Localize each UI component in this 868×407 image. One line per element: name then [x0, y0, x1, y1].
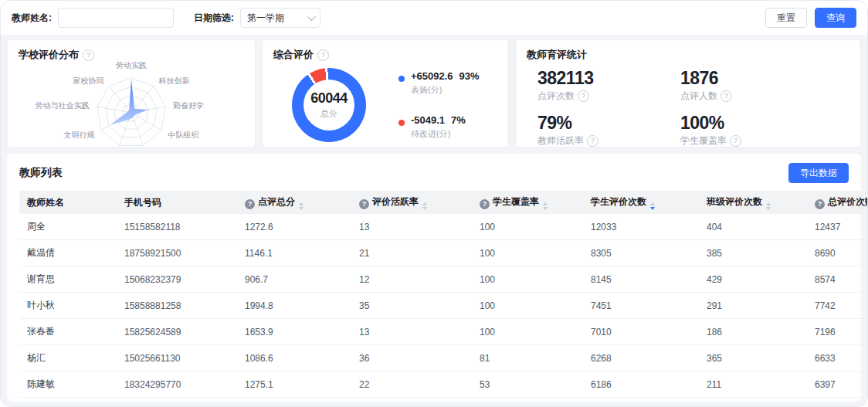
legend-item: +65092.693%表扬(分): [398, 70, 480, 96]
search-button[interactable]: 查询: [815, 8, 856, 28]
table-cell: 周全: [19, 214, 118, 240]
date-filter-select[interactable]: 第一学期: [240, 8, 320, 28]
table-cell: 22: [353, 371, 473, 398]
sort-icon[interactable]: [766, 202, 771, 210]
table-row: 杨汇150256611301086.6368162683656633查看使用详情: [19, 345, 868, 371]
stat-label: 点评次数?: [537, 90, 680, 103]
sort-icon[interactable]: [422, 202, 427, 210]
table-cell: 张春番: [19, 319, 118, 345]
table-cell: 15158582118: [118, 214, 239, 240]
table-cell: 100: [473, 293, 585, 319]
help-icon[interactable]: ?: [587, 135, 598, 147]
table-column-header[interactable]: ?点评总分: [239, 191, 353, 214]
help-icon[interactable]: ?: [578, 90, 589, 102]
teacher-list-panel: 教师列表 导出数据 教师姓名手机号码?点评总分?评价活跃率?学生覆盖率学生评价次…: [7, 154, 861, 402]
export-data-button[interactable]: 导出数据: [788, 163, 849, 183]
table-column-header[interactable]: ?总评价次数: [809, 191, 868, 214]
table-cell: 8145: [585, 266, 700, 293]
donut-total-value: 60044: [310, 90, 348, 107]
svg-text:勤奋好学: 勤奋好学: [173, 101, 204, 110]
legend-item: -5049.17%待改进(分): [398, 114, 480, 140]
table-row: 谢育思15068232379906.71210081454298574查看使用详…: [19, 266, 868, 293]
help-icon[interactable]: ?: [245, 199, 255, 209]
table-cell: 18324295770: [118, 371, 239, 398]
table-column-header[interactable]: 班级评价次数: [700, 191, 809, 214]
table-cell: 186: [700, 319, 809, 345]
table-cell: 7010: [585, 319, 700, 345]
teacher-name-input[interactable]: [58, 8, 174, 28]
table-column-header[interactable]: ?学生覆盖率: [473, 191, 585, 214]
svg-text:科技创新: 科技创新: [158, 76, 189, 85]
stat-item: 100%学生覆盖率?: [680, 113, 823, 148]
table-cell: 81: [473, 345, 585, 371]
stats-card: 教师育评统计 382113点评次数?1876点评人数?79%教师活跃率?100%…: [515, 39, 861, 148]
table-cell: 21: [353, 240, 473, 266]
date-filter-label: 日期筛选:: [194, 12, 234, 25]
help-icon[interactable]: ?: [730, 135, 741, 147]
stat-item: 382113点评次数?: [537, 68, 680, 103]
table-cell: 15825624589: [118, 319, 239, 345]
help-icon[interactable]: ?: [359, 199, 369, 209]
chevron-down-icon: [307, 12, 316, 21]
table-cell: 6268: [585, 345, 700, 371]
legend-dot: [398, 120, 405, 126]
stat-label: 教师活跃率?: [537, 134, 680, 148]
table-cell: 叶小秋: [19, 293, 118, 319]
table-row: 叶小秋158588812581994.83510074512917742查看使用…: [19, 293, 868, 319]
table-cell: 陈建敏: [19, 371, 118, 398]
table-column-header[interactable]: ?评价活跃率: [353, 191, 473, 214]
table-cell: 1272.6: [239, 214, 353, 240]
table-row: 张春番158256245891653.91310070101867196查看使用…: [19, 319, 868, 345]
radar-chart: 劳动实践科技创新勤奋好学中队组织艺术美感体育锻炼文明行规劳动与社会实践家校协同: [8, 62, 256, 148]
sort-icon[interactable]: [650, 202, 655, 210]
donut-card-title: 综合评价 ?: [263, 40, 508, 62]
svg-text:劳动实践: 劳动实践: [116, 62, 147, 70]
table-cell: 13: [353, 214, 473, 240]
table-body: 周全151585821181272.6131001203340412437查看使…: [19, 214, 868, 398]
help-icon[interactable]: ?: [317, 49, 329, 61]
table-cell: 杨汇: [19, 345, 118, 371]
table-cell: 429: [700, 266, 809, 293]
table-row: 戴温倩187589215001146.12110083053858690查看使用…: [19, 240, 868, 266]
table-cell: 12: [353, 266, 473, 293]
help-icon[interactable]: ?: [815, 199, 825, 209]
table-cell: 100: [473, 266, 585, 293]
table-cell: 35: [353, 293, 473, 319]
stat-value: 100%: [680, 113, 823, 133]
table-cell: 7196: [809, 319, 868, 345]
table-cell: 6186: [585, 371, 700, 398]
legend-value: -5049.17%: [411, 114, 466, 126]
table-cell: 15025661130: [118, 345, 239, 371]
reset-button[interactable]: 重置: [765, 8, 807, 28]
sort-icon[interactable]: [543, 202, 548, 210]
svg-text:文明行规: 文明行规: [63, 131, 94, 139]
table-cell: 12437: [809, 214, 868, 240]
table-cell: 7742: [809, 293, 868, 319]
summary-cards: 学校评价分布 ? 劳动实践科技创新勤奋好学中队组织艺术美感体育锻炼文明行规劳动与…: [7, 39, 861, 148]
radar-card-title: 学校评价分布 ?: [8, 40, 255, 62]
donut-legend: +65092.693%表扬(分)-5049.17%待改进(分): [398, 70, 480, 140]
stats-grid: 382113点评次数?1876点评人数?79%教师活跃率?100%学生覆盖率?: [516, 62, 860, 148]
table-cell: 1275.1: [239, 371, 353, 398]
table-cell: 291: [700, 293, 809, 319]
table-cell: 100: [473, 319, 585, 345]
table-cell: 1086.6: [239, 345, 353, 371]
table-row: 周全151585821181272.6131001203340412437查看使…: [19, 214, 868, 240]
help-icon[interactable]: ?: [480, 199, 490, 209]
stat-label: 点评人数?: [680, 90, 823, 103]
teacher-name-label: 教师姓名:: [12, 12, 52, 25]
help-icon[interactable]: ?: [83, 49, 94, 61]
table-cell: 1994.8: [239, 293, 353, 319]
help-icon[interactable]: ?: [721, 90, 732, 102]
table-cell: 8305: [585, 240, 700, 266]
table-column-header[interactable]: 学生评价次数: [585, 191, 700, 214]
table-cell: 1653.9: [239, 319, 353, 345]
table-cell: 8574: [809, 266, 868, 293]
stat-value: 1876: [680, 68, 823, 88]
sort-icon[interactable]: [299, 202, 303, 210]
table-cell: 6397: [809, 371, 868, 398]
filter-bar: 教师姓名: 日期筛选: 第一学期 重置 查询: [1, 1, 867, 35]
table-cell: 53: [473, 371, 585, 398]
stat-value: 79%: [537, 113, 680, 133]
table-cell: 1146.1: [239, 240, 353, 266]
